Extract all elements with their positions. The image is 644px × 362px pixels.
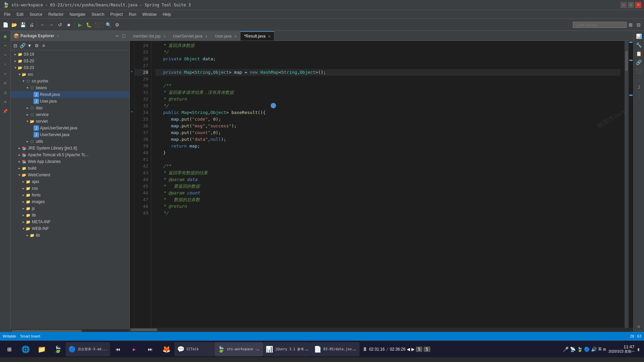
taskbar-media-next[interactable]: ⏭: [142, 342, 158, 356]
ls-nav1[interactable]: ⬅: [1, 42, 9, 50]
menu-project[interactable]: Project: [108, 11, 125, 17]
tab-member-list[interactable]: member-list.jsp ✕: [130, 31, 169, 41]
tray-network-icon[interactable]: 📡: [570, 347, 576, 352]
taskbar-data[interactable]: 📄 03-05/data.jso...: [311, 342, 360, 356]
tree-item-images[interactable]: ▶ 📁 images: [11, 198, 129, 205]
menu-run[interactable]: Run: [126, 11, 139, 17]
rs-icon-5[interactable]: ⬛: [635, 67, 643, 75]
rs-icon-4[interactable]: 🔗: [635, 58, 643, 66]
toolbar-new[interactable]: 📄: [1, 21, 9, 29]
menu-search[interactable]: Search: [89, 11, 107, 17]
rs-icon-7[interactable]: ≡: [635, 322, 643, 330]
tree-item-03-19[interactable]: ▶ 📁 03-19: [11, 51, 129, 58]
tree-item-ajax[interactable]: ▶ 📁 ajax: [11, 178, 129, 185]
tray-chrome-icon[interactable]: 🔵: [584, 347, 590, 352]
tab-close-result[interactable]: ✕: [268, 35, 271, 38]
tree-item-jre[interactable]: ▶ 📚 JRE System Library [jre1.8]: [11, 145, 129, 152]
pe-tb-menu[interactable]: ≡: [40, 42, 47, 49]
pe-tb-link[interactable]: 🔗: [19, 42, 26, 49]
menu-source[interactable]: Source: [27, 11, 45, 17]
fold-34[interactable]: ▸: [131, 110, 133, 113]
tray-sts-icon[interactable]: 🍃: [577, 347, 583, 352]
taskbar-app-browser[interactable]: 🔵 后台登录-X-ad...: [66, 342, 110, 356]
toolbar-forward[interactable]: →: [47, 21, 55, 29]
tree-item-lib3[interactable]: ▶ 📁 lib: [11, 232, 129, 239]
taskbar-explorer[interactable]: 📁: [34, 342, 50, 356]
toolbar-refresh[interactable]: ↺: [56, 21, 64, 29]
tree-item-user-java[interactable]: ▶ J User.java: [11, 98, 129, 105]
tree-item-lib2[interactable]: ▶ 📁 lib: [11, 212, 129, 219]
tree-item-userservlet-java[interactable]: ▶ J UserServlet.java: [11, 131, 129, 138]
media-prev-btn[interactable]: ◀: [407, 346, 410, 352]
tree-item-utils[interactable]: ▶ ⬡ utils: [11, 138, 129, 145]
ls-filter[interactable]: ⧖: [1, 88, 9, 97]
ls-nav4[interactable]: ↩: [1, 70, 9, 78]
tree-item-03-23[interactable]: ▼ 📂 03-23: [11, 64, 129, 71]
tree-item-ajaxuserservlet[interactable]: ▶ J AjaxUserServlet.java: [11, 125, 129, 131]
pe-scrollbar[interactable]: [11, 329, 129, 332]
toolbar-settings[interactable]: ⚙: [113, 21, 121, 29]
maximize-button[interactable]: □: [628, 2, 634, 8]
media-speed-2[interactable]: 5: [424, 347, 430, 352]
toolbar-stop2[interactable]: ⬛: [93, 21, 101, 29]
toolbar-perspective[interactable]: ⊞: [627, 21, 635, 29]
start-button[interactable]: ⊞: [1, 342, 17, 356]
close-button[interactable]: ✕: [635, 2, 641, 8]
tree-item-meta-inf[interactable]: ▶ 📁 META-INF: [11, 219, 129, 225]
toolbar-view[interactable]: ⊟: [635, 21, 643, 29]
toolbar-debug[interactable]: 🐛: [85, 21, 93, 29]
pe-tb-collapse[interactable]: ⊟: [12, 42, 19, 49]
toolbar-print[interactable]: 🖨: [28, 21, 36, 29]
vertical-scrollbar[interactable]: [625, 41, 629, 328]
system-clock[interactable]: 11:47 2020/3/23 星期一: [608, 344, 634, 354]
scroll-track[interactable]: [625, 41, 628, 328]
tree-item-web-inf[interactable]: ▼ 📂 WEB-INF: [11, 225, 129, 232]
toolbar-stop[interactable]: ■: [65, 21, 73, 29]
scroll-thumb[interactable]: [625, 51, 628, 71]
toolbar-back[interactable]: ←: [39, 21, 47, 29]
rs-icon-1[interactable]: 📊: [635, 32, 643, 40]
tree-item-03-20[interactable]: ▶ 📁 03-20: [11, 58, 129, 64]
menu-file[interactable]: File: [1, 11, 13, 17]
pause-icon[interactable]: ⏸: [362, 346, 368, 352]
tree-item-css[interactable]: ▶ 📁 css: [11, 185, 129, 192]
ls-run-icon[interactable]: ●: [1, 32, 9, 40]
tree-item-webapp[interactable]: ▶ 📚 Web App Libraries: [11, 158, 129, 165]
tree-item-dao[interactable]: ▶ ⬡ dao: [11, 105, 129, 111]
horizontal-scrollbar[interactable]: [130, 328, 633, 332]
taskbar-media-prev[interactable]: ⏮: [110, 342, 126, 356]
toolbar-search[interactable]: 🔍: [104, 21, 112, 29]
menu-refactor[interactable]: Refactor: [46, 11, 66, 17]
tree-item-tomcat[interactable]: ▶ 📚 Apache Tomcat v8.5 [Apache Tc...: [11, 152, 129, 158]
tree-item-fonts[interactable]: ▶ 📁 fonts: [11, 192, 129, 198]
rs-icon-2[interactable]: 🔧: [635, 41, 643, 49]
tree-item-result-java[interactable]: ▶ J Result.java: [11, 91, 129, 98]
tab-result[interactable]: *Result.java ✕: [240, 31, 274, 41]
code-content[interactable]: * 返回具体数据 */ private Object data; private…: [151, 41, 625, 328]
tree-item-service[interactable]: ▶ ⬡ service: [11, 111, 129, 118]
ls-nav3[interactable]: ↑: [1, 60, 9, 68]
show-desktop-btn[interactable]: ▮: [637, 347, 640, 352]
taskbar-cctalk[interactable]: 💬 CCTalk: [174, 342, 215, 356]
toolbar-run[interactable]: ▶: [76, 21, 84, 29]
quick-access-input[interactable]: [573, 22, 627, 28]
tray-grid-icon[interactable]: ⊞: [603, 347, 606, 352]
pe-maximize[interactable]: □: [121, 33, 127, 39]
media-speed-1[interactable]: 5: [416, 347, 422, 352]
menu-navigate[interactable]: Navigate: [67, 11, 88, 17]
tab-close-userservlet[interactable]: ✕: [205, 35, 208, 38]
toolbar-open[interactable]: 📂: [10, 21, 18, 29]
menu-help[interactable]: Help: [160, 11, 174, 17]
rs-icon-6[interactable]: J: [635, 83, 643, 91]
tab-user[interactable]: User.java ✕: [211, 31, 240, 41]
pe-minimize[interactable]: ─: [114, 33, 120, 39]
ls-pin[interactable]: 📌: [1, 107, 9, 115]
fold-28[interactable]: ▸: [131, 69, 133, 73]
pe-tb-filter[interactable]: ▼: [26, 42, 33, 49]
menu-edit[interactable]: Edit: [14, 11, 26, 17]
tab-userservlet[interactable]: UserServlet.java ✕: [169, 31, 211, 41]
tray-lang-icon[interactable]: 英: [598, 347, 602, 352]
rs-icon-3[interactable]: 📋: [635, 50, 643, 58]
tree-item-webcontent[interactable]: ▼ 📂 WebContent: [11, 172, 129, 178]
tree-item-beans[interactable]: ▼ ⬡ beans: [11, 84, 129, 91]
